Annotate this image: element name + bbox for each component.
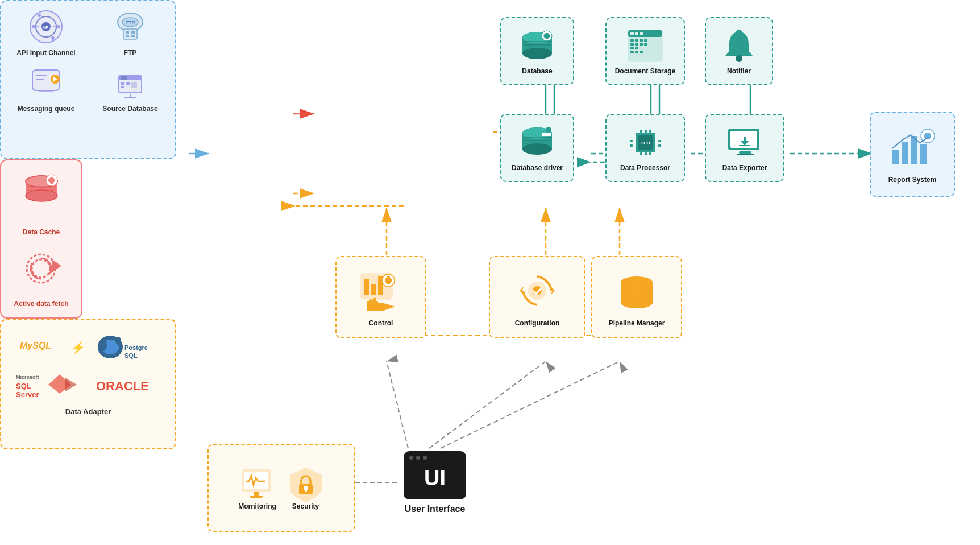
srcdb-label: Source Database <box>102 105 157 113</box>
sqlserver-logo: Microsoft SQL Server <box>14 369 88 400</box>
svg-rect-62 <box>126 82 130 85</box>
svg-rect-157 <box>920 144 927 164</box>
svg-rect-154 <box>892 150 899 164</box>
ftp-input-item: FTP FTP <box>91 7 169 57</box>
svg-rect-76 <box>48 179 50 182</box>
ui-icon: UI <box>404 451 466 499</box>
svg-text:⚡: ⚡ <box>71 341 85 354</box>
svg-rect-110 <box>630 39 634 42</box>
data-processor-box: CPU Data Processor <box>605 114 685 182</box>
svg-rect-193 <box>305 488 307 492</box>
mysql-logo: MySQL ⚡ <box>14 333 88 364</box>
configuration-label: Configuration <box>515 319 560 327</box>
svg-point-186 <box>621 297 653 308</box>
svg-point-124 <box>736 30 742 34</box>
svg-rect-101 <box>546 33 549 35</box>
svg-rect-59 <box>121 76 127 80</box>
svg-rect-175 <box>373 298 376 305</box>
mq-label: Messaging queue <box>18 105 75 113</box>
svg-rect-53 <box>36 79 44 80</box>
monitoring-item: Mornitoring <box>238 465 277 510</box>
input-sources-box: API API Input Channel <box>0 0 176 159</box>
svg-rect-116 <box>640 43 643 46</box>
svg-point-40 <box>51 36 55 40</box>
svg-rect-117 <box>644 43 647 46</box>
ftp-label: FTP <box>124 49 137 57</box>
svg-rect-107 <box>630 32 634 35</box>
ui-box: UI User Interface <box>398 448 472 517</box>
svg-rect-77 <box>53 179 55 182</box>
svg-point-39 <box>38 14 41 17</box>
svg-point-86 <box>115 337 121 345</box>
svg-rect-189 <box>254 492 259 496</box>
svg-text:Microsoft: Microsoft <box>16 374 39 380</box>
security-item: Security <box>286 465 326 510</box>
svg-rect-145 <box>658 140 661 142</box>
svg-rect-165 <box>364 279 369 295</box>
svg-rect-119 <box>635 47 638 49</box>
svg-rect-103 <box>544 35 546 38</box>
control-box: Control <box>335 256 426 338</box>
api-label: API Input Channel <box>16 49 75 57</box>
svg-text:Postgre: Postgre <box>124 344 148 351</box>
svg-point-79 <box>32 259 50 278</box>
svg-rect-162 <box>924 134 926 138</box>
svg-rect-109 <box>640 32 643 35</box>
monitoring-label: Mornitoring <box>238 502 276 510</box>
database-driver-label: Database driver <box>512 164 563 172</box>
svg-point-95 <box>522 48 552 59</box>
data-cache-label: Data Cache <box>23 228 60 236</box>
svg-rect-163 <box>929 134 931 138</box>
svg-rect-172 <box>385 279 387 282</box>
svg-rect-50 <box>131 35 135 37</box>
svg-rect-47 <box>126 31 129 34</box>
svg-line-29 <box>429 361 546 448</box>
srcdb-input-item: Source Database <box>91 63 169 113</box>
svg-text:CPU: CPU <box>640 141 650 146</box>
data-adapter-box: MySQL ⚡ Postgre SQL Microso <box>0 319 176 449</box>
svg-rect-137 <box>640 130 642 133</box>
ui-label: User Interface <box>405 504 466 514</box>
svg-line-30 <box>441 361 620 448</box>
notifier-label: Notifier <box>727 67 751 75</box>
monitoring-security-box: Mornitoring Security <box>207 444 355 532</box>
pipeline-manager-label: Pipeline Manager <box>609 319 665 327</box>
api-icon: API <box>26 7 66 47</box>
svg-point-127 <box>522 143 552 155</box>
svg-text:Server: Server <box>16 390 39 399</box>
svg-rect-174 <box>369 299 373 305</box>
notifier-box: Notifier <box>705 17 773 85</box>
svg-rect-75 <box>50 182 53 184</box>
svg-rect-112 <box>640 39 643 42</box>
svg-rect-111 <box>635 39 638 42</box>
svg-text:ORACLE: ORACLE <box>96 379 149 393</box>
svg-rect-129 <box>524 137 551 138</box>
svg-rect-71 <box>27 189 56 191</box>
svg-point-68 <box>26 190 57 201</box>
data-processor-label: Data Processor <box>620 164 670 172</box>
svg-rect-115 <box>635 43 638 46</box>
svg-rect-153 <box>737 154 754 155</box>
report-system-box: Report System <box>870 112 955 197</box>
svg-rect-146 <box>658 144 661 147</box>
svg-rect-104 <box>549 35 550 38</box>
mq-input-item: Messaging queue <box>7 63 85 113</box>
postgresql-logo: Postgre SQL <box>93 333 162 364</box>
svg-line-28 <box>387 361 408 448</box>
data-cache-box: Data Cache Active data fetch <box>0 159 82 319</box>
svg-rect-113 <box>644 39 647 42</box>
svg-rect-102 <box>546 38 549 39</box>
svg-rect-152 <box>739 151 751 154</box>
svg-text:SQL: SQL <box>124 352 138 359</box>
svg-rect-121 <box>635 51 638 53</box>
svg-point-123 <box>736 55 742 62</box>
svg-rect-120 <box>630 51 634 53</box>
database-driver-box: Database driver <box>500 114 574 182</box>
svg-rect-155 <box>902 142 908 164</box>
document-storage-box: Document Storage <box>605 17 685 85</box>
data-exporter-label: Data Exporter <box>722 164 767 172</box>
svg-rect-122 <box>640 51 643 53</box>
svg-rect-130 <box>524 140 551 141</box>
svg-rect-52 <box>36 75 47 76</box>
report-system-label: Report System <box>888 176 937 184</box>
